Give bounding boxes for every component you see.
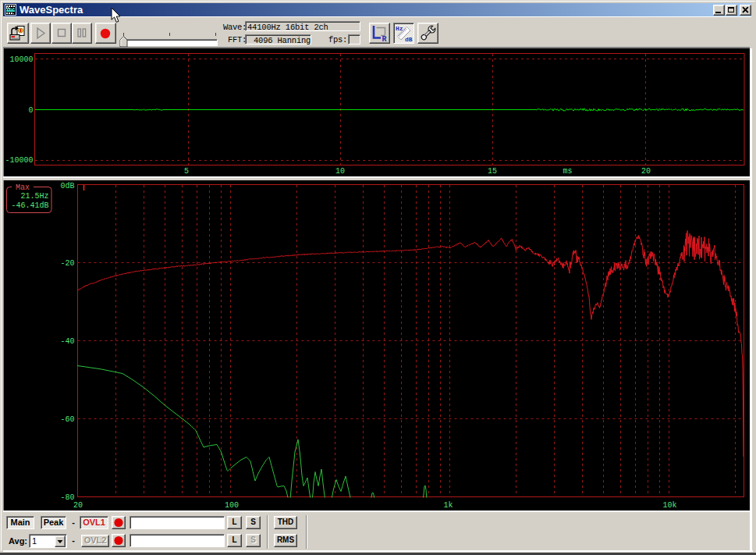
svg-text:-20: -20: [60, 259, 74, 268]
svg-text:Hz: Hz: [396, 25, 403, 32]
svg-text:-10000: -10000: [5, 156, 33, 165]
svg-text:dB: dB: [405, 36, 413, 43]
svg-text:R: R: [382, 35, 387, 44]
svg-text:100: 100: [225, 501, 239, 510]
svg-text:21.5Hz: 21.5Hz: [20, 192, 48, 201]
svg-text:0: 0: [28, 106, 33, 115]
svg-text:5: 5: [184, 167, 189, 176]
svg-text:10: 10: [335, 167, 345, 176]
svg-text:-60: -60: [60, 415, 74, 424]
svg-text:20: 20: [73, 501, 83, 510]
svg-text:Max: Max: [16, 183, 30, 192]
svg-text:-80: -80: [60, 493, 74, 502]
svg-text:10k: 10k: [662, 501, 676, 510]
svg-text:-46.41dB: -46.41dB: [11, 201, 48, 210]
svg-text:10000: 10000: [9, 55, 33, 64]
svg-text:20: 20: [641, 167, 651, 176]
svg-text:0dB: 0dB: [60, 182, 74, 190]
svg-text:15: 15: [488, 167, 497, 176]
svg-text:1k: 1k: [443, 501, 453, 510]
svg-text:ms: ms: [563, 167, 572, 176]
svg-text:-40: -40: [60, 337, 74, 346]
